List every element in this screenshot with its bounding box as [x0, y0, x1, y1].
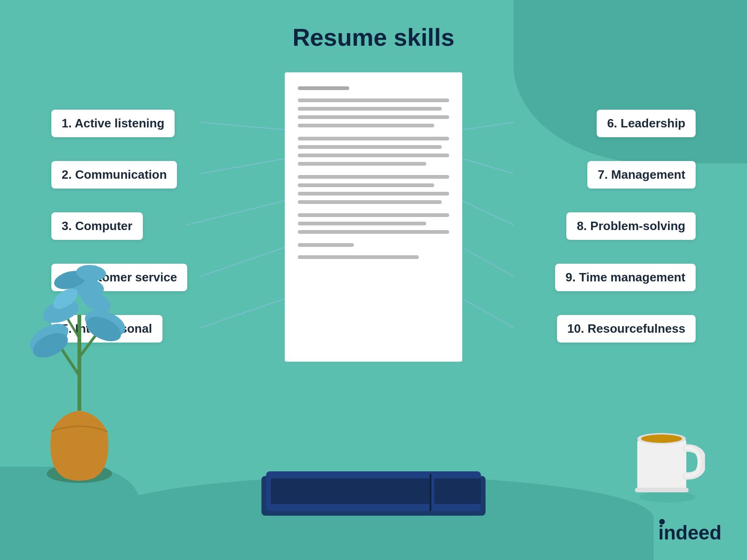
keyboard-decoration	[261, 467, 486, 523]
resume-line	[298, 243, 354, 247]
svg-line-0	[201, 122, 285, 130]
svg-line-8	[462, 247, 514, 276]
resume-line	[298, 154, 449, 157]
resume-line	[298, 137, 449, 140]
skill-label-2: 2. Communication	[51, 161, 177, 189]
svg-line-3	[201, 247, 285, 276]
svg-rect-29	[430, 474, 431, 511]
page-title: Resume skills	[0, 23, 747, 51]
svg-line-6	[462, 159, 514, 174]
resume-line	[298, 98, 449, 102]
svg-rect-27	[271, 478, 430, 504]
coffee-mug	[630, 411, 705, 504]
svg-rect-31	[637, 439, 686, 490]
skill-label-3: 3. Computer	[51, 212, 143, 240]
svg-point-30	[640, 491, 696, 503]
indeed-logo: indeed	[658, 518, 724, 541]
resume-line	[298, 145, 442, 149]
resume-line	[298, 183, 434, 187]
resume-line	[298, 213, 449, 217]
svg-line-4	[201, 299, 285, 328]
plant-decoration	[14, 245, 145, 488]
svg-text:indeed: indeed	[658, 522, 721, 541]
svg-rect-28	[434, 478, 481, 504]
resume-line-header	[298, 86, 349, 90]
resume-line	[298, 255, 419, 259]
skill-label-10: 10. Resourcefulness	[557, 315, 696, 343]
resume-line	[298, 200, 442, 204]
resume-line	[298, 192, 449, 196]
svg-rect-34	[635, 488, 689, 492]
resume-line	[298, 162, 426, 166]
skill-label-7: 7. Management	[587, 161, 696, 189]
resume-line	[298, 115, 449, 119]
skill-label-9: 9. Time management	[555, 264, 696, 291]
svg-line-7	[462, 201, 514, 225]
svg-point-33	[641, 434, 682, 443]
skill-label-1: 1. Active listening	[51, 110, 175, 137]
svg-line-2	[187, 201, 285, 225]
resume-line	[298, 230, 449, 234]
svg-line-12	[61, 348, 79, 376]
svg-line-5	[462, 122, 514, 130]
skill-label-8: 8. Problem-solving	[566, 212, 696, 240]
resume-line	[298, 124, 434, 127]
resume-line	[298, 175, 449, 179]
resume-paper	[285, 72, 462, 362]
svg-line-1	[201, 159, 285, 174]
svg-line-9	[462, 299, 514, 328]
skill-label-6: 6. Leadership	[597, 110, 696, 137]
resume-line	[298, 107, 442, 111]
resume-line	[298, 222, 426, 225]
